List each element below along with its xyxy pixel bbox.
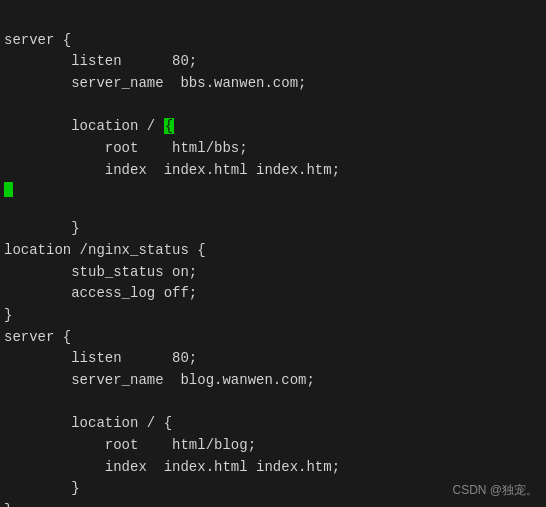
line-17 (4, 394, 12, 410)
line-5: location / { (4, 118, 174, 134)
line-18: location / { (4, 415, 172, 431)
line-19: root html/blog; (4, 437, 256, 453)
line-14: server { (4, 329, 71, 345)
line-10: location /nginx_status { (4, 242, 206, 258)
line-11: stub_status on; (4, 264, 197, 280)
line-16: server_name blog.wanwen.com; (4, 372, 315, 388)
line-6: root html/bbs; (4, 140, 248, 156)
line-21: } (4, 480, 80, 496)
line-12: access_log off; (4, 285, 197, 301)
terminal-window: server { listen 80; server_name bbs.wanw… (0, 0, 546, 507)
line-8 (4, 182, 542, 197)
line-3: server_name bbs.wanwen.com; (4, 75, 306, 91)
line-7: index index.html index.htm; (4, 162, 340, 178)
line-15: listen 80; (4, 350, 197, 366)
watermark: CSDN @独宠。 (452, 482, 538, 499)
line-1: server { (4, 32, 71, 48)
line-4 (4, 97, 12, 113)
line-2: listen 80; (4, 53, 197, 69)
line-20: index index.html index.htm; (4, 459, 340, 475)
line-9: } (4, 220, 80, 236)
line-13: } (4, 307, 12, 323)
line-22: } (4, 502, 12, 507)
code-content: server { listen 80; server_name bbs.wanw… (4, 8, 542, 507)
